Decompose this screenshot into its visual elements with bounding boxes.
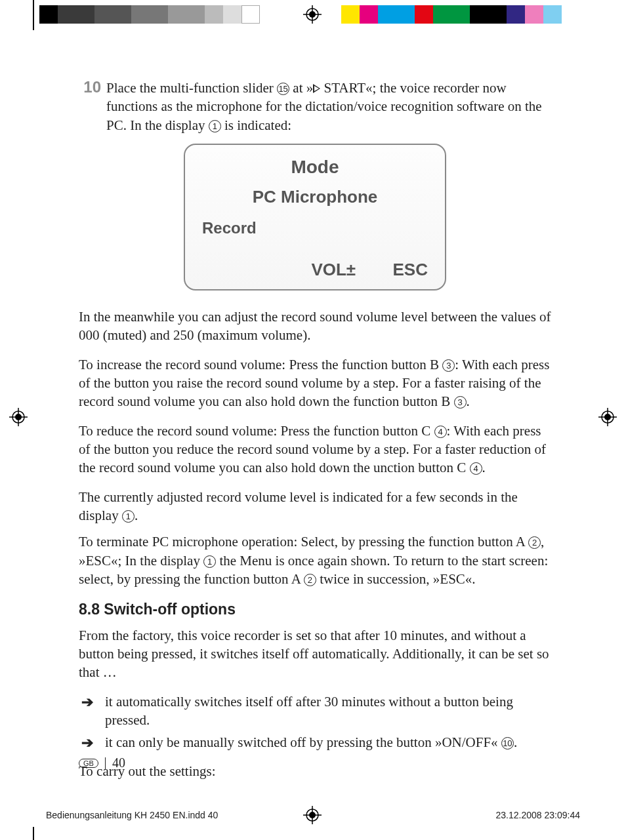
paragraph: To increase the record sound volume: Pre… xyxy=(79,355,551,411)
step-text: Place the multi-function slider 15 at » … xyxy=(106,79,551,134)
page-number: 40 xyxy=(112,755,125,770)
paragraph: To reduce the record sound volume: Press… xyxy=(79,422,551,477)
lcd-esc: ESC xyxy=(393,260,428,280)
registration-mark-top xyxy=(303,5,322,24)
lcd-sub: PC Microphone xyxy=(199,187,430,207)
heading-8-8: 8.8 Switch-off options xyxy=(79,601,551,618)
ref-2: 2 xyxy=(304,574,316,586)
play-icon xyxy=(313,84,320,93)
crop-mark xyxy=(33,827,34,840)
ref-15: 15 xyxy=(277,83,289,95)
paragraph: The currently adjusted record volume lev… xyxy=(79,488,551,525)
language-badge: GB xyxy=(79,759,98,768)
paragraph: To terminate PC microphone operation: Se… xyxy=(79,532,551,588)
list-item: ➔ it automatically switches itself off a… xyxy=(79,692,551,730)
slug-line-left: Bedienungsanleitung KH 2450 EN.indd 40 xyxy=(46,810,218,820)
step-10: 10 Place the multi-function slider 15 at… xyxy=(79,79,551,134)
registration-mark-right xyxy=(598,408,617,426)
lcd-record: Record xyxy=(199,219,430,237)
ref-4: 4 xyxy=(470,462,482,475)
ref-1: 1 xyxy=(203,555,216,568)
bullet-list: ➔ it automatically switches itself off a… xyxy=(79,692,551,753)
page-footer: GB 40 xyxy=(79,755,125,770)
arrow-icon: ➔ xyxy=(79,733,105,753)
slug-line-right: 23.12.2008 23:09:44 xyxy=(496,810,580,820)
paragraph: From the factory, this voice recorder is… xyxy=(79,626,551,682)
registration-mark-left xyxy=(9,408,28,426)
ref-1: 1 xyxy=(209,120,221,132)
step-number: 10 xyxy=(79,79,106,134)
content-area: 10 Place the multi-function slider 15 at… xyxy=(79,79,551,791)
list-item: ➔ it can only be manually switched off b… xyxy=(79,733,551,753)
paragraph: To carry out the settings: xyxy=(79,762,551,780)
registration-mark-bottom xyxy=(303,806,322,824)
ref-3: 3 xyxy=(454,396,467,409)
arrow-icon: ➔ xyxy=(79,692,105,730)
crop-mark xyxy=(33,0,34,30)
ref-1: 1 xyxy=(122,510,135,523)
paragraph: In the meanwhile you can adjust the reco… xyxy=(79,308,551,345)
footer-divider xyxy=(105,757,106,769)
lcd-mode: Mode xyxy=(199,157,430,178)
display-illustration: Mode PC Microphone Record VOL± ESC xyxy=(184,144,446,290)
ref-10: 10 xyxy=(501,737,514,750)
lcd-vol: VOL± xyxy=(311,260,356,280)
ref-2: 2 xyxy=(528,536,541,549)
ref-3: 3 xyxy=(442,359,455,372)
ref-4: 4 xyxy=(434,426,447,438)
page: 10 Place the multi-function slider 15 at… xyxy=(0,0,626,840)
lcd-bottom-row: VOL± ESC xyxy=(199,260,430,280)
